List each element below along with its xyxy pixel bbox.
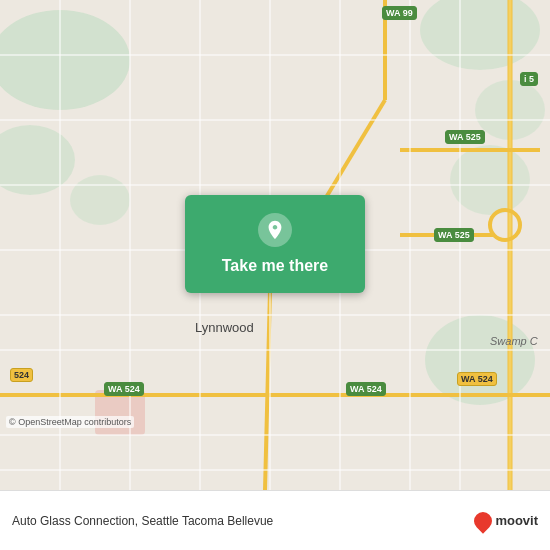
svg-point-6 (450, 145, 530, 215)
svg-point-7 (425, 315, 535, 405)
moovit-logo: moovit (474, 512, 538, 530)
location-pin-icon (258, 213, 292, 247)
moovit-pin-icon (471, 508, 496, 533)
road-badge-524: 524 (10, 368, 33, 382)
road-badge-wa525-top: WA 525 (445, 130, 485, 144)
svg-point-3 (70, 175, 130, 225)
road-badge-wa99-top: WA 99 (382, 6, 417, 20)
copyright-text: © OpenStreetMap contributors (6, 416, 134, 428)
city-label: Lynnwood (195, 320, 254, 335)
road-badge-wa524-mid: WA 524 (346, 382, 386, 396)
take-me-there-button[interactable]: Take me there (185, 195, 365, 293)
map-container: WA 99 i 5 WA 525 WA 525 WA 99 524 WA 524… (0, 0, 550, 490)
area-label: Swamp C (490, 335, 538, 347)
take-me-there-label: Take me there (222, 257, 328, 275)
location-info: Auto Glass Connection, Seattle Tacoma Be… (12, 514, 273, 528)
road-badge-wa524-left: WA 524 (104, 382, 144, 396)
road-badge-wa524-right: WA 524 (457, 372, 497, 386)
road-badge-i5: i 5 (520, 72, 538, 86)
moovit-text: moovit (495, 513, 538, 528)
bottom-bar: Auto Glass Connection, Seattle Tacoma Be… (0, 490, 550, 550)
road-badge-wa525-mid: WA 525 (434, 228, 474, 242)
